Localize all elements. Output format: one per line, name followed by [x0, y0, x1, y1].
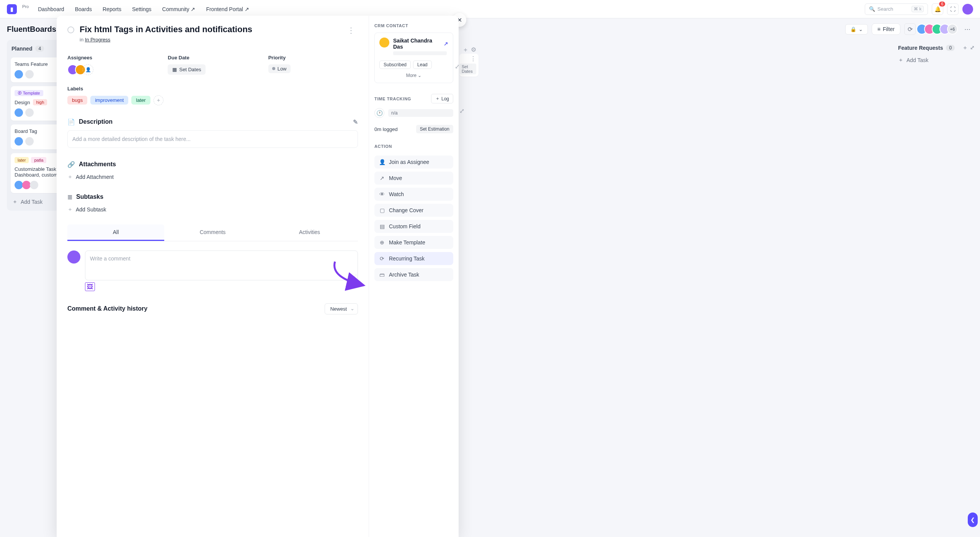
member-stack[interactable]: +6 [920, 24, 958, 34]
field-icon: ▤ [379, 223, 385, 229]
complete-toggle[interactable] [67, 26, 74, 33]
assignee-avatar [22, 181, 31, 189]
clock-icon: 🕐 [374, 108, 384, 118]
label-chip-bugs[interactable]: bugs [67, 96, 87, 105]
add-assignee-button[interactable]: 👤 [83, 64, 93, 75]
search-shortcut: ⌘ k [911, 6, 924, 12]
filter-button[interactable]: ≡Filter [872, 23, 900, 35]
priority-picker[interactable]: Low [268, 64, 291, 73]
column-more-icon[interactable]: ⤢ [970, 44, 975, 51]
set-dates-mini[interactable]: Set Dates [459, 64, 476, 74]
column-add-icon[interactable]: ＋ [462, 46, 469, 54]
add-subtask-button[interactable]: ＋Add Subtask [67, 206, 358, 213]
task-status-link[interactable]: In Progress [85, 37, 110, 43]
plus-icon: ＋ [67, 206, 73, 213]
expand-contact-icon[interactable]: ⤢ [455, 63, 459, 70]
history-sort-select[interactable]: Newest [325, 303, 358, 314]
nav-community[interactable]: Community↗ [162, 6, 196, 12]
add-task-button[interactable]: ＋Add Task [898, 57, 975, 64]
search-input[interactable]: 🔍 Search ⌘ k [865, 3, 928, 15]
assignee-avatar [25, 70, 34, 79]
action-watch[interactable]: 👁Watch [374, 188, 453, 201]
assignees-label: Assignees [67, 55, 157, 61]
refresh-icon[interactable]: ⟳ [904, 23, 916, 35]
label-chip-later[interactable]: later [131, 96, 150, 105]
template-icon: ⊕ [379, 239, 385, 246]
help-icon: ❮ [970, 517, 975, 523]
tab-all[interactable]: All [67, 224, 164, 241]
priority-label: Priority [268, 55, 358, 61]
notifications-button[interactable]: 🔔 6 [932, 3, 943, 15]
label-chip-improvement[interactable]: improvement [90, 96, 128, 105]
more-menu-icon[interactable]: ⋯ [962, 23, 973, 35]
in-label: in [80, 37, 83, 43]
priority-chip: high [33, 99, 47, 105]
action-change-cover[interactable]: ▢Change Cover [374, 204, 453, 217]
time-logged: 0m logged [374, 126, 398, 132]
action-custom-field[interactable]: ▤Custom Field [374, 220, 453, 233]
subtasks-icon: ≣ [67, 193, 72, 201]
comment-placeholder: Write a comment [90, 255, 131, 262]
search-icon: 🔍 [869, 6, 875, 12]
edit-description-button[interactable]: ✎ [353, 118, 358, 126]
label-chip: patla [31, 157, 46, 163]
column-title: Feature Requests [898, 45, 943, 51]
crm-contact-label: CRM CONTACT [374, 23, 453, 28]
column-count: 0 [946, 45, 955, 51]
action-move[interactable]: ↗Move [374, 172, 453, 185]
column-add-icon[interactable]: ＋ [962, 44, 968, 51]
nav-dashboard[interactable]: Dashboard [38, 6, 64, 12]
lead-chip: Lead [413, 61, 432, 69]
assignee-picker[interactable]: 👤 [67, 64, 157, 75]
time-value: n/a [388, 109, 453, 117]
add-label-button[interactable]: ＋ [154, 95, 163, 105]
external-link-icon[interactable]: ↗ [444, 41, 448, 47]
plus-icon: ＋ [12, 198, 18, 205]
task-card[interactable]: ⋮ Set Dates [459, 54, 479, 77]
set-dates-button[interactable]: ▦Set Dates [168, 64, 206, 75]
member-overflow: +6 [947, 24, 958, 34]
card-menu-icon[interactable]: ⋮ [470, 55, 476, 62]
expand-column-icon[interactable]: ⤢ [459, 108, 464, 114]
lock-icon: 🔒 [850, 26, 856, 32]
nav-boards[interactable]: Boards [75, 6, 92, 12]
label-chip: later [15, 157, 29, 163]
assignee-avatar [25, 137, 34, 146]
plus-icon: ＋ [435, 95, 440, 102]
tab-activities[interactable]: Activities [261, 224, 358, 241]
nav-frontend-portal[interactable]: Frontend Portal↗ [206, 6, 249, 12]
tab-comments[interactable]: Comments [164, 224, 261, 241]
task-more-menu[interactable]: ⋮ [344, 24, 358, 36]
contact-name: Saikat Chandra Das [393, 38, 442, 50]
board-visibility[interactable]: 🔒⌄ [845, 24, 868, 34]
description-input[interactable]: Add a more detailed description of the t… [67, 130, 358, 148]
set-estimation-button[interactable]: Set Estimation [416, 125, 453, 133]
column-settings-icon[interactable]: ⚙ [471, 46, 476, 54]
contact-more-toggle[interactable]: More ⌄ [379, 73, 448, 78]
comment-input[interactable]: Write a comment ⋰ [85, 250, 358, 280]
assignee-avatar [15, 108, 23, 117]
pro-badge: Pro [22, 4, 29, 9]
add-attachment-button[interactable]: ＋Add Attachment [67, 174, 358, 180]
assignee-avatar [30, 181, 38, 189]
time-tracking-label: TIME TRACKING [374, 97, 411, 101]
nav-reports[interactable]: Reports [103, 6, 121, 12]
external-link-icon: ↗ [191, 6, 195, 12]
history-heading: Comment & Activity history [67, 305, 147, 312]
resize-handle-icon[interactable]: ⋰ [352, 274, 357, 279]
assignee-avatar [15, 181, 23, 189]
action-make-template[interactable]: ⊕Make Template [374, 236, 453, 249]
help-fab[interactable]: ❮ [968, 512, 978, 527]
image-upload-icon[interactable]: 🖼 [85, 282, 95, 291]
search-placeholder: Search [877, 6, 893, 12]
task-title[interactable]: Fix html Tags in Activities and notifica… [80, 24, 339, 35]
app-logo[interactable]: ▮ [7, 4, 17, 14]
assignee-avatar [15, 137, 23, 146]
action-join-assignee[interactable]: 👤Join as Assignee [374, 156, 453, 169]
action-recurring-task[interactable]: ⟳Recurring Task [374, 252, 453, 265]
expand-icon[interactable]: ⛶ [947, 3, 959, 15]
user-avatar[interactable] [962, 4, 973, 15]
nav-settings[interactable]: Settings [132, 6, 152, 12]
log-time-button[interactable]: ＋Log [431, 94, 453, 103]
action-archive-task[interactable]: 🗃Archive Task [374, 268, 453, 281]
